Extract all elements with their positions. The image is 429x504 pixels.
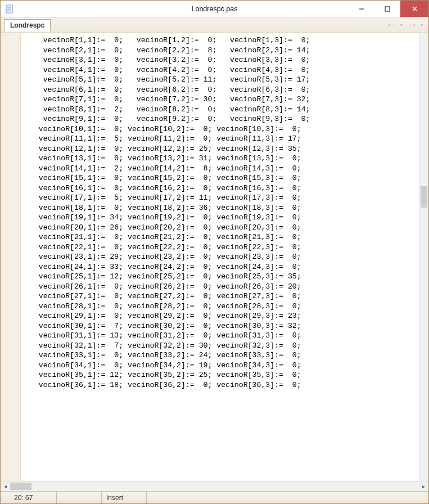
code-area[interactable]: vecinoR[1,1]:= 0; vecinoR[1,2]:= 0; veci… [1,33,428,481]
statusbar: 20: 67 Insert [1,491,428,503]
window-title: Londrespc.pas [191,5,237,13]
status-modified [57,492,102,503]
horizontal-scroll-thumb[interactable] [10,483,31,490]
maximize-button[interactable] [374,1,400,17]
tab-londrespc[interactable]: Londrespc [4,19,51,32]
gutter [1,33,21,481]
close-button[interactable] [400,1,428,17]
vertical-scroll-thumb[interactable] [421,186,427,208]
status-position: 20: 67 [1,492,57,503]
file-icon [5,4,14,14]
svg-rect-1 [385,7,390,11]
tab-strip: Londrespc 🡐 ▾ 🡒 ▾ [1,17,428,33]
titlebar: Londrespc.pas [1,1,428,17]
horizontal-scroll-track[interactable] [10,482,419,491]
nav-forward-menu-icon[interactable]: ▾ [418,20,425,30]
nav-arrows: 🡐 ▾ 🡒 ▾ [386,20,425,30]
editor[interactable]: vecinoR[1,1]:= 0; vecinoR[1,2]:= 0; veci… [1,33,428,481]
horizontal-scrollbar[interactable]: ◂ ▸ [1,481,428,491]
status-mode: Insert [102,492,147,503]
nav-back-icon[interactable]: 🡐 [386,20,397,30]
nav-forward-icon[interactable]: 🡒 [406,20,417,30]
vertical-scrollbar[interactable] [419,33,428,481]
scroll-left-icon[interactable]: ◂ [1,482,10,491]
window-buttons [349,1,428,17]
scroll-right-icon[interactable]: ▸ [419,482,428,491]
nav-back-menu-icon[interactable]: ▾ [398,20,405,30]
minimize-button[interactable] [349,1,374,17]
